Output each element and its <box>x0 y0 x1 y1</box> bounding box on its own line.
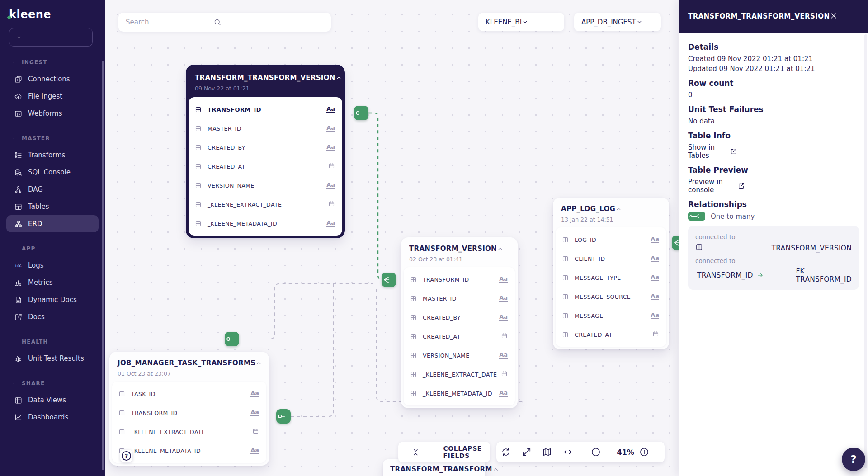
panel-scrollbar[interactable] <box>864 34 867 468</box>
sidebar-item-unit-test-results[interactable]: Unit Test Results <box>6 350 99 367</box>
zoom-out-button[interactable] <box>591 442 612 462</box>
table-card-header[interactable]: JOB_MANAGER_TASK_TRANSFORMS 01 Oct 23 at… <box>109 352 269 382</box>
chevron-up-icon[interactable] <box>497 245 509 252</box>
field-row-transform-id[interactable]: TRANSFORM_IDAa <box>112 403 266 422</box>
sidebar-item-tables[interactable]: Tables <box>6 198 99 215</box>
field-row-created-at[interactable]: CREATED_AT <box>404 327 515 346</box>
sidebar-item-webforms[interactable]: Webforms <box>6 105 99 122</box>
relationships-heading: Relationships <box>688 200 859 209</box>
sidebar-item-data-views[interactable]: Data Views <box>6 391 99 409</box>
field-row-message[interactable]: MESSAGEAa <box>556 306 666 325</box>
field-name: LOG_ID <box>575 236 651 243</box>
dashboards-icon <box>14 413 23 422</box>
field-row-created-at[interactable]: CREATED_AT <box>556 325 666 344</box>
nav-section-share[interactable]: SHARE <box>0 379 105 388</box>
table-card-header[interactable]: TRANSFORM_VERSION 02 Oct 23 at 01:41 <box>401 237 518 267</box>
expand-button[interactable] <box>522 442 542 462</box>
collapse-fields-button[interactable]: COLLAPSE FIELDS <box>398 442 490 462</box>
relationship-one-badge[interactable] <box>276 409 291 424</box>
workspace-dropdown[interactable]: bigman_pasc… <box>9 28 93 47</box>
table-name: TRANSFORM_TRANSFORM_VERSION <box>195 74 335 82</box>
field-row-version-name[interactable]: VERSION_NAMEAa <box>404 346 515 365</box>
nav-section-master[interactable]: MASTER <box>0 134 105 143</box>
field-row-message-source[interactable]: MESSAGE_SOURCEAa <box>556 287 666 306</box>
chevron-down-icon <box>522 19 557 25</box>
help-button[interactable]: ? <box>842 448 865 471</box>
field-row--kleene-extract-date[interactable]: _KLEENE_EXTRACT_DATE <box>112 422 266 441</box>
field-row-log-id[interactable]: LOG_IDAa <box>556 230 666 249</box>
chevron-down-icon <box>13 381 18 386</box>
field-row-created-by[interactable]: CREATED_BYAa <box>189 138 342 157</box>
sidebar-item-connections[interactable]: Connections <box>6 71 99 88</box>
sidebar-item-metrics[interactable]: Metrics <box>6 274 99 291</box>
chevron-up-icon[interactable] <box>255 360 262 367</box>
chevron-up-icon[interactable] <box>492 466 499 473</box>
grid-icon <box>562 236 569 243</box>
sidebar-item-file-ingest[interactable]: File Ingest <box>6 88 99 105</box>
sidebar-item-dag[interactable]: DAG <box>6 181 99 198</box>
field-name: _KLEENE_EXTRACT_DATE <box>423 371 501 378</box>
minimap-button[interactable] <box>542 442 563 462</box>
help-mini-button[interactable]: ? <box>120 450 132 462</box>
table-card-header[interactable]: TRANSFORM_TRANSFORM_VERSION 09 Nov 22 at… <box>187 66 344 97</box>
sidebar-item-docs[interactable]: Docs <box>6 308 99 325</box>
erd-table-card-job-manager-task-transforms: JOB_MANAGER_TASK_TRANSFORMS 01 Oct 23 at… <box>109 352 269 466</box>
field-row-transform-id[interactable]: TRANSFORM_IDAa <box>404 270 515 289</box>
preview-in-console-link[interactable]: Preview in console <box>688 178 859 194</box>
text-type-icon: Aa <box>326 106 335 113</box>
field-row-client-id[interactable]: CLIENT_IDAa <box>556 249 666 268</box>
erd-icon <box>14 219 23 228</box>
chevron-up-icon[interactable] <box>615 206 661 212</box>
field-name: VERSION_NAME <box>208 182 326 189</box>
field-row--kleene-extract-date[interactable]: _KLEENE_EXTRACT_DATE <box>189 195 342 214</box>
zoom-in-button[interactable] <box>639 442 660 462</box>
sidebar-item-dashboards[interactable]: Dashboards <box>6 409 99 426</box>
foreign-key-mapping: TRANSFORM_ID FK TRANSFORM_ID <box>695 267 852 283</box>
field-row-version-name[interactable]: VERSION_NAMEAa <box>189 176 342 195</box>
text-type-icon: Aa <box>326 220 335 227</box>
table-name: TRANSFORM_VERSION <box>409 245 497 253</box>
field-row--kleene-metadata-id[interactable]: _KLEENE_METADATA_IDAa <box>404 384 515 403</box>
field-row-created-by[interactable]: CREATED_BYAa <box>404 308 515 327</box>
chevron-up-icon[interactable] <box>335 75 342 81</box>
field-name: _KLEENE_EXTRACT_DATE <box>208 201 328 208</box>
text-type-icon: Aa <box>499 390 508 397</box>
field-row-created-at[interactable]: CREATED_AT <box>189 157 342 176</box>
field-row--kleene-metadata-id[interactable]: _KLEENE_METADATA_IDAa <box>112 441 266 460</box>
sidebar-item-sql-console[interactable]: SQL Console <box>6 164 99 181</box>
nav-section-ingest[interactable]: INGEST <box>0 58 105 67</box>
relationship-many-badge[interactable] <box>382 273 396 287</box>
connected-table[interactable]: TRANSFORM_VERSION <box>695 243 852 253</box>
field-row-transform-id[interactable]: TRANSFORM_IDAa <box>189 100 342 119</box>
field-row--kleene-extract-date[interactable]: _KLEENE_EXTRACT_DATE <box>404 365 515 384</box>
search-input[interactable] <box>126 18 213 26</box>
field-row-master-id[interactable]: MASTER_IDAa <box>404 289 515 308</box>
field-row--kleene-metadata-id[interactable]: _KLEENE_METADATA_IDAa <box>189 214 342 233</box>
table-card-header[interactable]: APP_LOG_LOG 13 Jan 22 at 14:51 <box>553 198 669 227</box>
field-row-task-id[interactable]: TASK_IDAa <box>112 384 266 403</box>
field-name: _KLEENE_METADATA_ID <box>423 390 499 397</box>
sidebar-item-erd[interactable]: ERD <box>6 215 99 232</box>
sidebar-scrollbar[interactable] <box>102 61 104 470</box>
text-type-icon: Aa <box>499 314 508 321</box>
chevron-down-icon <box>13 60 18 65</box>
nav-section-app[interactable]: APP <box>0 244 105 253</box>
refresh-button[interactable] <box>501 442 522 462</box>
field-row-master-id[interactable]: MASTER_IDAa <box>189 119 342 138</box>
erd-table-card-transform-transform-version: TRANSFORM_TRANSFORM_VERSION 09 Nov 22 at… <box>186 65 345 238</box>
relationship-one-badge[interactable] <box>354 106 368 120</box>
close-icon[interactable] <box>830 12 859 21</box>
nav-section-health[interactable]: HEALTH <box>0 337 105 346</box>
relationship-one-badge[interactable] <box>225 332 239 346</box>
sidebar-item-logs[interactable]: LOGLogs <box>6 257 99 274</box>
show-in-tables-link[interactable]: Show in Tables <box>688 143 859 160</box>
sidebar-item-transforms[interactable]: Transforms <box>6 146 99 164</box>
field-row-message-type[interactable]: MESSAGE_TYPEAa <box>556 268 666 287</box>
grid-icon <box>410 333 417 340</box>
field-name: CREATED_AT <box>575 331 652 338</box>
grid-icon <box>410 390 417 397</box>
sidebar-item-dynamic-docs[interactable]: Dynamic Docs <box>6 291 99 308</box>
database-dropdown[interactable]: APP_DB_INGEST <box>574 13 661 31</box>
schema-dropdown[interactable]: KLEENE_BI <box>478 13 564 31</box>
fit-width-button[interactable] <box>563 442 584 462</box>
